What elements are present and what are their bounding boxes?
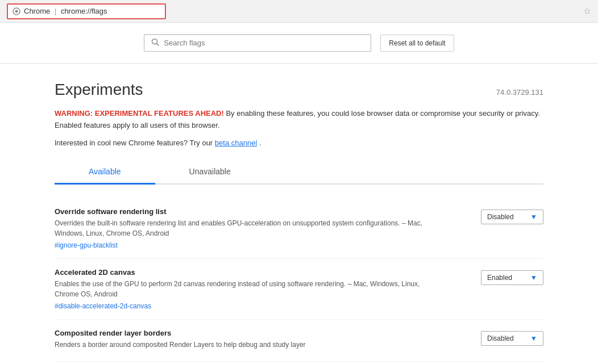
experiments-header: Experiments 74.0.3729.131 bbox=[55, 64, 543, 108]
dropdown-arrow-icon: ▼ bbox=[530, 213, 537, 221]
experiments-title: Experiments bbox=[55, 81, 143, 99]
flag-select-label: Disabled bbox=[487, 213, 514, 221]
reset-all-button[interactable]: Reset all to default bbox=[380, 35, 454, 52]
flag-select-label: Enabled bbox=[487, 274, 512, 282]
flag-select-dropdown[interactable]: Disabled ▼ bbox=[481, 331, 543, 346]
flag-anchor[interactable]: #ignore-gpu-blacklist bbox=[55, 241, 118, 249]
flag-content: Accelerated 2D canvas Enables the use of… bbox=[55, 268, 441, 310]
site-icon bbox=[13, 7, 20, 15]
flag-control: Disabled ▼ bbox=[481, 207, 543, 224]
svg-point-1 bbox=[15, 10, 18, 12]
search-input[interactable] bbox=[164, 39, 364, 47]
tabs-container: Available Unavailable bbox=[55, 160, 543, 185]
main-content: Reset all to default Experiments 74.0.37… bbox=[0, 23, 598, 364]
flag-name: Accelerated 2D canvas bbox=[55, 268, 441, 277]
bookmark-star-icon[interactable]: ☆ bbox=[583, 6, 591, 16]
address-text: Chrome | chrome://flags bbox=[24, 7, 107, 15]
flags-list: Override software rendering list Overrid… bbox=[55, 198, 543, 362]
flag-content: Composited render layer borders Renders … bbox=[55, 329, 441, 352]
flag-item: Accelerated 2D canvas Enables the use of… bbox=[55, 259, 543, 320]
flag-select-label: Disabled bbox=[487, 334, 514, 342]
address-bar: Chrome | chrome://flags ☆ bbox=[0, 0, 598, 23]
flag-item: Composited render layer borders Renders … bbox=[55, 320, 543, 362]
tab-available[interactable]: Available bbox=[55, 160, 155, 185]
experiments-container: Experiments 74.0.3729.131 WARNING: EXPER… bbox=[32, 64, 566, 362]
warning-block: WARNING: EXPERIMENTAL FEATURES AHEAD! By… bbox=[55, 108, 543, 149]
dropdown-arrow-icon: ▼ bbox=[530, 334, 537, 342]
beta-channel-link[interactable]: beta channel bbox=[215, 139, 257, 147]
flag-control: Enabled ▼ bbox=[481, 268, 543, 285]
url-input-area[interactable]: Chrome | chrome://flags bbox=[7, 3, 166, 19]
svg-line-3 bbox=[157, 44, 159, 46]
flag-description: Enables the use of the GPU to perform 2d… bbox=[55, 279, 441, 299]
beta-channel-text: Interested in cool new Chrome features? … bbox=[55, 137, 543, 149]
flag-content: Override software rendering list Overrid… bbox=[55, 207, 441, 249]
warning-text: WARNING: EXPERIMENTAL FEATURES AHEAD! By… bbox=[55, 108, 543, 132]
flag-select-dropdown[interactable]: Enabled ▼ bbox=[481, 270, 543, 285]
search-icon bbox=[151, 38, 159, 48]
search-box[interactable] bbox=[144, 34, 371, 52]
flag-name: Override software rendering list bbox=[55, 207, 441, 216]
version-number: 74.0.3729.131 bbox=[496, 88, 543, 97]
tab-unavailable[interactable]: Unavailable bbox=[155, 160, 265, 185]
dropdown-arrow-icon: ▼ bbox=[530, 274, 537, 282]
flag-item: Override software rendering list Overrid… bbox=[55, 198, 543, 259]
flag-select-dropdown[interactable]: Disabled ▼ bbox=[481, 210, 543, 224]
flag-description: Renders a border around composited Rende… bbox=[55, 340, 441, 350]
flag-anchor[interactable]: #disable-accelerated-2d-canvas bbox=[55, 302, 151, 310]
search-area: Reset all to default bbox=[0, 23, 598, 64]
flag-name: Composited render layer borders bbox=[55, 329, 441, 337]
flag-control: Disabled ▼ bbox=[481, 329, 543, 346]
flag-description: Overrides the built-in software renderin… bbox=[55, 218, 441, 239]
warning-label: WARNING: EXPERIMENTAL FEATURES AHEAD! bbox=[55, 109, 224, 118]
